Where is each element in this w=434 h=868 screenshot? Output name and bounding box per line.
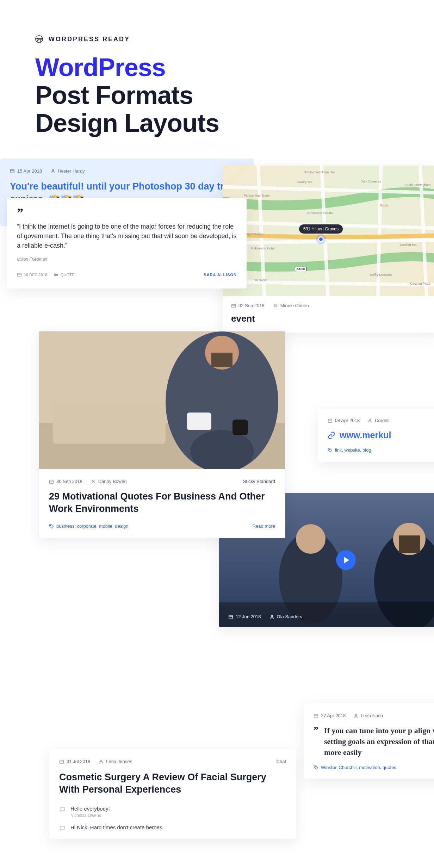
- map-poi: Bakery Tea: [297, 180, 312, 184]
- calendar-icon: [49, 479, 54, 484]
- svg-rect-33: [229, 615, 233, 618]
- quote-category[interactable]: QUOTE: [54, 272, 74, 277]
- map-pin[interactable]: 591 Hilpert Groves: [299, 224, 343, 242]
- quote2-text: If you can tune into your p align with i…: [324, 725, 434, 758]
- svg-rect-21: [328, 419, 332, 422]
- play-button[interactable]: [336, 550, 356, 570]
- map-author[interactable]: Minnie Obrien: [273, 303, 309, 308]
- map-image[interactable]: Birmingham Town Hall Bakery Tea Parlour …: [223, 166, 434, 296]
- map-pin-dot: [318, 236, 324, 242]
- map-poi: Grosvenor Casino: [307, 211, 333, 215]
- link-date: 08 Apr 2018: [328, 418, 360, 423]
- map-post-card[interactable]: Birmingham Town Hall Bakery Tea Parlour …: [223, 166, 434, 333]
- svg-point-5: [274, 304, 276, 306]
- svg-rect-14: [211, 353, 232, 367]
- quote2-post-card[interactable]: 27 Apr 2018 Leah Nash ” If you can tune …: [304, 703, 434, 779]
- user-icon: [353, 713, 358, 718]
- map-poi: Comfort Inn: [400, 243, 416, 247]
- map-poi: Malmaison Hotel: [251, 247, 274, 250]
- quote2-tags[interactable]: Winston Churchill, motivation, quotes: [314, 765, 434, 770]
- video-author[interactable]: Ola Sanders: [269, 614, 302, 619]
- svg-rect-17: [50, 480, 54, 483]
- user-icon: [273, 303, 278, 308]
- svg-point-24: [329, 449, 330, 450]
- calendar-icon: [231, 303, 236, 308]
- svg-rect-16: [232, 420, 248, 435]
- map-poi: Boots: [380, 204, 388, 207]
- map-pin-label: 591 Hilpert Groves: [299, 224, 343, 234]
- chat-message: Hi Nick! Hard times don't create heroes: [59, 824, 286, 832]
- svg-rect-44: [60, 760, 64, 763]
- map-poi: Yo Swsa: [254, 278, 267, 282]
- svg-rect-36: [11, 169, 14, 173]
- status-author[interactable]: Hester Hardy: [50, 168, 85, 174]
- user-icon: [269, 614, 274, 619]
- svg-point-23: [369, 419, 371, 421]
- chat-msg-text: Hello everybody!: [70, 806, 286, 812]
- standard-title[interactable]: 29 Motivational Quotes For Business And …: [49, 490, 275, 515]
- standard-post-card[interactable]: 30 Sep 2018 Danny Bowen Sticky Standard …: [39, 331, 285, 538]
- user-icon: [99, 759, 104, 764]
- chat-bubble-icon: [59, 825, 66, 831]
- page-header: WORDPRESS READY WordPress Post Formats D…: [0, 0, 434, 159]
- standard-image: [39, 331, 285, 469]
- link-post-card[interactable]: 08 Apr 2018 Cordeli www.merkul link, web…: [318, 409, 434, 462]
- svg-rect-31: [399, 535, 420, 553]
- svg-rect-15: [187, 413, 211, 430]
- quote-mark-icon: ”: [314, 725, 318, 758]
- svg-point-42: [355, 714, 357, 716]
- chat-post-card[interactable]: 31 Jul 2018 Lena Jensen Chat Cosmetic Su…: [49, 749, 296, 839]
- map-poi: York Cameras: [361, 180, 381, 183]
- quote2-date: 27 Apr 2018: [314, 713, 346, 718]
- standard-label: Sticky Standard: [243, 479, 275, 484]
- link-tags[interactable]: link, website, blog: [328, 447, 434, 453]
- calendar-icon: [59, 759, 64, 764]
- chat-msg-name: Nicholas Owens: [70, 813, 286, 818]
- map-poi: Apple Birmingham: [404, 183, 430, 187]
- svg-point-20: [50, 525, 51, 526]
- svg-rect-40: [314, 714, 318, 717]
- calendar-icon: [10, 168, 15, 173]
- link-author[interactable]: Cordeli: [367, 418, 389, 423]
- map-date: 02 Sep 2018: [231, 303, 265, 308]
- video-date: 12 Jun 2018: [228, 614, 261, 619]
- quote-date: 19 DEC 2018: [17, 272, 47, 277]
- folder-icon: [54, 272, 58, 277]
- tag-icon: [314, 765, 318, 770]
- svg-rect-6: [18, 273, 21, 277]
- tag-icon: [328, 448, 333, 453]
- wordpress-icon: [35, 35, 43, 43]
- quote-author: Milton Friedman: [17, 257, 237, 262]
- user-icon: [91, 479, 96, 484]
- calendar-icon: [228, 614, 233, 619]
- calendar-icon: [328, 418, 333, 423]
- standard-author[interactable]: Danny Bowen: [91, 479, 127, 484]
- calendar-icon: [17, 272, 22, 277]
- calendar-icon: [314, 713, 318, 718]
- tag-icon: [49, 524, 54, 529]
- svg-rect-1: [232, 304, 236, 307]
- user-icon: [367, 418, 372, 423]
- read-more-link[interactable]: Read more: [253, 523, 275, 529]
- status-date: 15 Apr 2018: [10, 168, 42, 174]
- quote-text: “I think the internet is going to be one…: [17, 222, 237, 250]
- quote-post-card[interactable]: ” “I think the internet is going to be o…: [7, 198, 247, 289]
- page-title: WordPress Post Formats Design Layouts: [35, 54, 399, 137]
- chat-msg-text: Hi Nick! Hard times don't create heroes: [70, 824, 286, 830]
- svg-point-38: [52, 169, 54, 171]
- quote-mark-icon: ”: [17, 209, 237, 217]
- chat-title[interactable]: Cosmetic Surgery A Review Of Facial Surg…: [59, 771, 286, 796]
- user-icon: [50, 168, 55, 173]
- map-title[interactable]: event: [231, 313, 433, 324]
- chat-message: Hello everybody! Nicholas Owens: [59, 806, 286, 818]
- chat-author[interactable]: Lena Jensen: [99, 759, 132, 764]
- map-poi: Belfry Desserts: [370, 273, 392, 277]
- map-poi: Birmingham Town Hall: [304, 170, 335, 174]
- quote-name-link[interactable]: SARA ALLISON: [204, 273, 237, 277]
- svg-point-43: [315, 767, 316, 767]
- quote2-author[interactable]: Leah Nash: [353, 713, 383, 718]
- map-poi: Caspian Pizza: [410, 282, 430, 285]
- standard-tags[interactable]: business, corporate, mobile, design: [49, 523, 129, 529]
- link-url[interactable]: www.merkul: [328, 430, 434, 440]
- svg-point-35: [271, 615, 273, 617]
